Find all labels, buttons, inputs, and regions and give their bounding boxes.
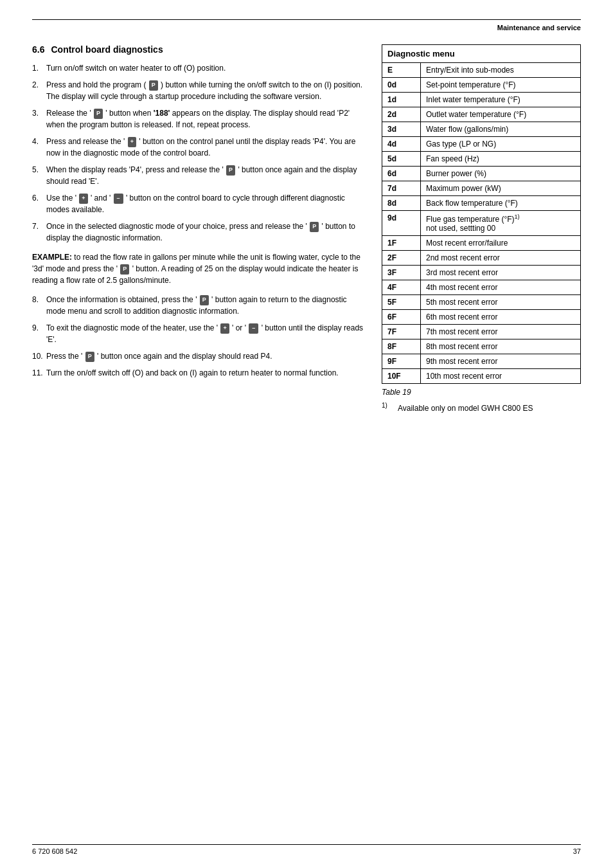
row-code: 2F bbox=[382, 251, 421, 266]
step-11: 11. Turn the on/off switch off (O) and b… bbox=[32, 367, 366, 379]
table-body: EEntry/Exit into sub-modes 0dSet-point t… bbox=[382, 63, 581, 384]
row-desc: 6th most recent error bbox=[421, 310, 581, 325]
row-desc: Inlet water temperature (°F) bbox=[421, 93, 581, 107]
minus-button-icon-9: – bbox=[249, 323, 258, 334]
table-row: 6F6th most recent error bbox=[382, 310, 581, 325]
footer-right: 37 bbox=[573, 847, 581, 855]
step-5: 5. When the display reads 'P4', press an… bbox=[32, 164, 366, 187]
table-row: 3F3rd most recent error bbox=[382, 266, 581, 280]
row-desc: Water flow (gallons/min) bbox=[421, 122, 581, 137]
row-desc: Back flow temperature (°F) bbox=[421, 196, 581, 211]
page: Maintenance and service 6.6Control board… bbox=[0, 0, 613, 868]
step-1-text: Turn on/off switch on water heater to of… bbox=[46, 62, 366, 74]
plus-button-icon-4: + bbox=[128, 137, 136, 147]
row-desc: 3rd most recent error bbox=[421, 266, 581, 280]
top-rule bbox=[32, 19, 581, 20]
table-row: 9dFlue gas temperature (°F)1)not used, s… bbox=[382, 211, 581, 236]
table-row: 2dOutlet water temperature (°F) bbox=[382, 107, 581, 122]
content-area: 6.6Control board diagnostics 1. Turn on/… bbox=[32, 44, 581, 413]
table-caption: Table 19 bbox=[382, 388, 581, 397]
p-button-example: P bbox=[120, 264, 129, 275]
step-10-text: Press the ' P ' button once again and th… bbox=[46, 350, 366, 362]
row-code: 3F bbox=[382, 266, 421, 280]
row-code: 4F bbox=[382, 280, 421, 295]
plus-button-icon-9: + bbox=[220, 323, 229, 334]
row-desc: Flue gas temperature (°F)1)not used, set… bbox=[421, 211, 581, 236]
step-2-text: Press and hold the program ( P ) button … bbox=[46, 79, 366, 102]
step-5-num: 5. bbox=[32, 164, 44, 187]
row-code: 3d bbox=[382, 122, 421, 137]
step-3-num: 3. bbox=[32, 107, 44, 131]
table-row: 1dInlet water temperature (°F) bbox=[382, 93, 581, 107]
table-row: 0dSet-point temperature (°F) bbox=[382, 78, 581, 93]
row-code: 5d bbox=[382, 152, 421, 167]
page-header: Maintenance and service bbox=[32, 24, 581, 32]
step-3-text: Release the ' P ' button when '188' appe… bbox=[46, 107, 366, 131]
step-6-text: Use the ' + ' and ' – ' button on the co… bbox=[46, 192, 366, 215]
table-row: 8dBack flow temperature (°F) bbox=[382, 196, 581, 211]
step-6: 6. Use the ' + ' and ' – ' button on the… bbox=[32, 192, 366, 215]
row-code: 9d bbox=[382, 211, 421, 236]
step-8: 8. Once the information is obtained, pre… bbox=[32, 294, 366, 317]
step-7-num: 7. bbox=[32, 221, 44, 244]
step-7: 7. Once in the selected diagnostic mode … bbox=[32, 221, 366, 244]
footnote-number: 1) bbox=[382, 402, 387, 409]
table-row: 9F9th most recent error bbox=[382, 354, 581, 369]
p-button-icon-8: P bbox=[200, 295, 209, 305]
page-footer: 6 720 608 542 37 bbox=[32, 844, 581, 855]
row-desc: Outlet water temperature (°F) bbox=[421, 107, 581, 122]
left-column: 6.6Control board diagnostics 1. Turn on/… bbox=[32, 44, 366, 384]
footnote-text: Available only on model GWH C800 ES bbox=[398, 404, 533, 413]
p-button-icon-3: P bbox=[94, 109, 103, 119]
row-code: 1d bbox=[382, 93, 421, 107]
table-row: 10F10th most recent error bbox=[382, 369, 581, 384]
row-code: 7d bbox=[382, 181, 421, 196]
row-code: 8F bbox=[382, 339, 421, 354]
diagnostic-table: Diagnostic menu EEntry/Exit into sub-mod… bbox=[382, 44, 581, 384]
steps-continued: 8. Once the information is obtained, pre… bbox=[32, 294, 366, 379]
step-9: 9. To exit the diagnostic mode of the he… bbox=[32, 322, 366, 345]
row-code: 4d bbox=[382, 137, 421, 152]
row-desc: Burner power (%) bbox=[421, 167, 581, 181]
step-9-text: To exit the diagnostic mode of the heate… bbox=[46, 322, 366, 345]
table-row: 8F8th most recent error bbox=[382, 339, 581, 354]
table-header: Diagnostic menu bbox=[382, 45, 581, 63]
row-code: 6d bbox=[382, 167, 421, 181]
step-6-num: 6. bbox=[32, 192, 44, 215]
row-code: E bbox=[382, 63, 421, 78]
step-11-num: 11. bbox=[32, 367, 44, 379]
table-row: 4F4th most recent error bbox=[382, 280, 581, 295]
step-8-text: Once the information is obtained, press … bbox=[46, 294, 366, 317]
step-5-text: When the display reads 'P4', press and r… bbox=[46, 164, 366, 187]
step-9-num: 9. bbox=[32, 322, 44, 345]
row-code: 6F bbox=[382, 310, 421, 325]
p-button-icon-5: P bbox=[226, 165, 235, 176]
row-code: 8d bbox=[382, 196, 421, 211]
row-desc: Most recent error/failure bbox=[421, 236, 581, 251]
row-desc: 7th most recent error bbox=[421, 325, 581, 339]
row-code: 5F bbox=[382, 295, 421, 310]
right-column: Diagnostic menu EEntry/Exit into sub-mod… bbox=[382, 44, 581, 413]
example-block: EXAMPLE: to read the flow rate in gallon… bbox=[32, 251, 366, 286]
row-desc: Entry/Exit into sub-modes bbox=[421, 63, 581, 78]
footer-left: 6 720 608 542 bbox=[32, 847, 77, 855]
row-code: 9F bbox=[382, 354, 421, 369]
table-row: 4dGas type (LP or NG) bbox=[382, 137, 581, 152]
table-row: 7dMaximum power (kW) bbox=[382, 181, 581, 196]
table-row: 3dWater flow (gallons/min) bbox=[382, 122, 581, 137]
p-button-icon-7: P bbox=[310, 222, 319, 232]
step-8-num: 8. bbox=[32, 294, 44, 317]
step-3: 3. Release the ' P ' button when '188' a… bbox=[32, 107, 366, 131]
step-4: 4. Press and release the ' + ' button on… bbox=[32, 136, 366, 159]
steps-list: 1. Turn on/off switch on water heater to… bbox=[32, 62, 366, 244]
p-button-icon-10: P bbox=[85, 352, 94, 362]
section-number: 6.6 bbox=[32, 44, 44, 55]
step-10: 10. Press the ' P ' button once again an… bbox=[32, 350, 366, 362]
row-desc: 8th most recent error bbox=[421, 339, 581, 354]
row-desc: 10th most recent error bbox=[421, 369, 581, 384]
row-desc: Maximum power (kW) bbox=[421, 181, 581, 196]
step-1-num: 1. bbox=[32, 62, 44, 74]
section-heading: Control board diagnostics bbox=[51, 44, 163, 55]
minus-button-icon-6: – bbox=[114, 194, 123, 204]
row-desc: 4th most recent error bbox=[421, 280, 581, 295]
